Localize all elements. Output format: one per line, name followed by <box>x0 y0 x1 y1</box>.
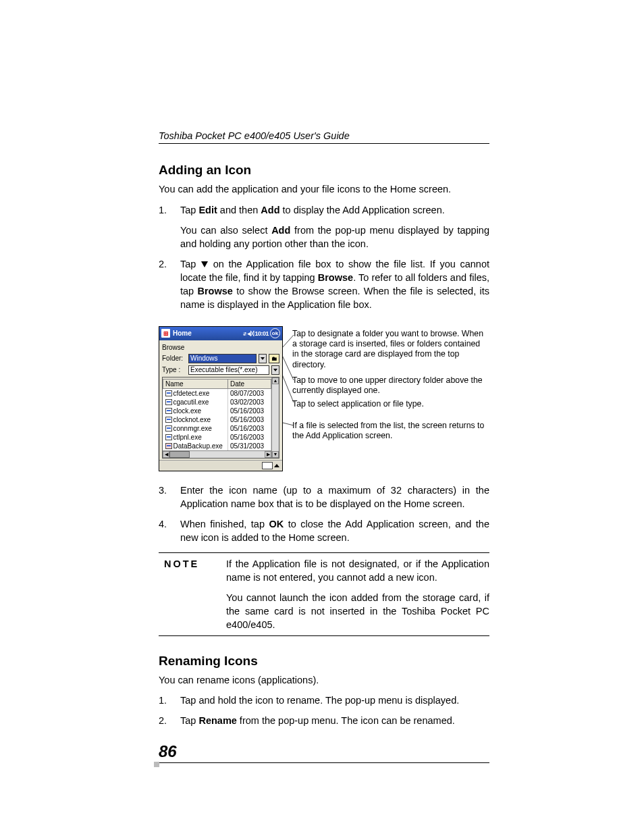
status-indicators: ⇄ ◀ᛞ 10:01 <box>243 330 269 337</box>
type-row: Type : Executable files(*.exe) <box>162 365 279 375</box>
text: You can also select <box>180 225 271 236</box>
file-name: cgacutil.exe <box>173 398 209 406</box>
table-row[interactable]: ctlpnl.exe05/16/2003 <box>163 433 271 442</box>
bold-browse: Browse <box>318 272 353 283</box>
type-label: Type : <box>162 366 186 373</box>
file-name: clocknot.exe <box>173 416 211 423</box>
pocketpc-window: ⊞ Home ⇄ ◀ᛞ 10:01 ok Browse Folder: Wind… <box>159 326 283 471</box>
note-paragraph: You cannot launch the icon added from th… <box>226 591 489 631</box>
file-date: 03/02/2003 <box>228 398 271 407</box>
file-name: connmgr.exe <box>173 425 212 432</box>
bold-rename: Rename <box>198 715 236 726</box>
file-name: cfdetect.exe <box>173 390 210 397</box>
step-2: 2. Tap on the Application file box to sh… <box>159 257 489 311</box>
down-triangle-icon <box>201 261 208 267</box>
table-row[interactable]: cfdetect.exe08/07/2003 <box>163 388 271 398</box>
page-corner-marker <box>154 762 159 767</box>
file-name: ctlpnl.exe <box>173 434 202 441</box>
intro-paragraph: You can rename icons (applications). <box>159 674 489 687</box>
exe-icon <box>165 443 172 449</box>
text: Tap <box>180 205 198 215</box>
step-number: 1. <box>159 694 180 707</box>
step-number: 3. <box>159 484 180 511</box>
table-row[interactable]: DataBackup.exe05/31/2003 <box>163 442 271 450</box>
type-input[interactable]: Executable files(*.exe) <box>188 365 269 375</box>
keyboard-icon[interactable] <box>262 462 273 469</box>
step-1: 1. Tap Edit and then Add to display the … <box>159 203 489 217</box>
callout-folder: Tap to designate a folder you want to br… <box>292 329 488 370</box>
note-block: NOTE If the Application file is not desi… <box>159 552 489 636</box>
step-number: 2. <box>159 714 180 727</box>
file-date: 05/31/2003 <box>228 442 271 450</box>
scroll-right-icon[interactable]: ▶ <box>265 451 271 458</box>
figure-browse-screen: ⊞ Home ⇄ ◀ᛞ 10:01 ok Browse Folder: Wind… <box>159 326 489 471</box>
text: Tap <box>180 715 198 726</box>
step-number: 1. <box>159 203 180 217</box>
vertical-scrollbar[interactable]: ▲ ▼ <box>271 377 279 458</box>
title-bar: ⊞ Home ⇄ ◀ᛞ 10:01 ok <box>159 327 282 340</box>
exe-icon <box>165 434 172 440</box>
bold-edit: Edit <box>198 205 217 215</box>
file-date: 05/16/2003 <box>228 424 271 433</box>
step-number: 2. <box>159 257 180 311</box>
step-number: 4. <box>159 517 180 544</box>
scroll-left-icon[interactable]: ◀ <box>163 451 169 458</box>
exe-icon <box>165 417 172 423</box>
bold-browse: Browse <box>197 286 232 296</box>
exe-icon <box>165 425 172 432</box>
exe-icon <box>165 399 172 405</box>
folder-input[interactable]: Windows <box>188 354 257 363</box>
text: Tap <box>180 259 200 269</box>
start-flag-icon[interactable]: ⊞ <box>161 329 170 338</box>
text: and then <box>217 205 261 215</box>
exe-icon <box>165 408 172 414</box>
callout-file-select: If a file is selected from the list, the… <box>292 421 488 442</box>
step-1-rename: 1. Tap and hold the icon to rename. The … <box>159 694 489 707</box>
ok-button[interactable]: ok <box>270 328 280 338</box>
exe-icon <box>165 390 172 396</box>
callout-up-directory: Tap to move to one upper directory folde… <box>292 375 488 396</box>
scroll-down-icon[interactable]: ▼ <box>272 451 279 458</box>
heading-renaming-icons: Renaming Icons <box>159 654 489 669</box>
horizontal-scrollbar[interactable]: ◀ ▶ <box>163 450 271 458</box>
folder-row: Folder: Windows 🖿 <box>162 354 279 363</box>
heading-adding-an-icon: Adding an Icon <box>159 163 489 178</box>
type-dropdown-icon[interactable] <box>271 365 279 375</box>
table-row[interactable]: cgacutil.exe03/02/2003 <box>163 398 271 407</box>
step-2-rename: 2. Tap Rename from the pop-up menu. The … <box>159 714 489 727</box>
folder-label: Folder: <box>162 355 186 362</box>
file-date: 08/07/2003 <box>228 388 271 398</box>
callout-type: Tap to select application or file type. <box>292 399 424 409</box>
step-1-sub: You can also select Add from the pop-up … <box>180 224 489 251</box>
scroll-up-icon[interactable]: ▲ <box>272 377 279 384</box>
note-paragraph: If the Application file is not designate… <box>226 557 489 584</box>
file-date: 05/16/2003 <box>228 433 271 442</box>
up-directory-icon[interactable]: 🖿 <box>269 354 279 363</box>
table-row[interactable]: clock.exe05/16/2003 <box>163 407 271 415</box>
browse-label: Browse <box>162 344 279 351</box>
up-caret-icon[interactable] <box>274 464 279 467</box>
file-name: DataBackup.exe <box>173 442 223 450</box>
file-date: 05/16/2003 <box>228 407 271 415</box>
file-list: Name Date cfdetect.exe08/07/2003 cgacuti… <box>162 377 279 459</box>
running-header: Toshiba Pocket PC e400/e405 User's Guide <box>159 130 489 144</box>
app-title: Home <box>173 330 192 337</box>
text: When finished, tap <box>180 519 269 529</box>
page-number: 86 <box>159 742 489 763</box>
step-3: 3. Enter the icon name (up to a maximum … <box>159 484 489 511</box>
step-text: Enter the icon name (up to a maximum of … <box>180 484 489 511</box>
bold-add: Add <box>261 205 279 215</box>
device-footer <box>159 460 282 471</box>
step-text: Tap and hold the icon to rename. The pop… <box>180 694 489 707</box>
folder-dropdown-icon[interactable] <box>259 354 267 363</box>
table-row[interactable]: clocknot.exe05/16/2003 <box>163 415 271 424</box>
col-name[interactable]: Name <box>163 379 228 388</box>
step-4: 4. When finished, tap OK to close the Ad… <box>159 517 489 544</box>
file-name: clock.exe <box>173 407 202 415</box>
col-date[interactable]: Date <box>228 379 271 388</box>
bold-add: Add <box>271 225 290 236</box>
table-row[interactable]: connmgr.exe05/16/2003 <box>163 424 271 433</box>
note-label: NOTE <box>159 557 226 631</box>
text: from the pop-up menu. The icon can be re… <box>237 715 455 726</box>
intro-paragraph: You can add the application and your fil… <box>159 183 489 197</box>
